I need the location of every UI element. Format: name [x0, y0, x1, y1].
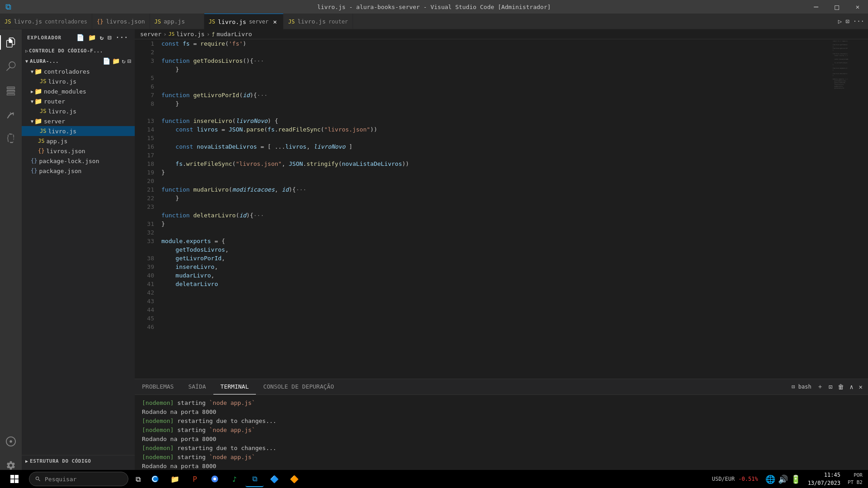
folder-controladores[interactable]: ▼ 📁 controladores: [22, 66, 135, 76]
app7-taskbar-button[interactable]: 🔷: [265, 471, 283, 487]
file-livro-js-controladores[interactable]: JS livro.js: [22, 76, 135, 86]
powerpoint-taskbar-button[interactable]: P: [186, 471, 204, 487]
explorer-taskbar-button[interactable]: 📁: [166, 471, 184, 487]
tab-livros-json[interactable]: {} livros.json: [92, 14, 150, 29]
refresh-project-icon[interactable]: ↻: [122, 57, 125, 65]
sidebar: EXPLORADOR 📄 📁 ↻ ⊟ ··· ▷ CONTROLE DO CÓD…: [22, 29, 135, 478]
taskbar-right-area: USD/EUR -0.51% 🌐 🔊 🔋 11:45 13/07/2023 PO…: [708, 471, 864, 487]
run-button[interactable]: ▷: [838, 18, 842, 25]
language-display: POR PT B2: [848, 472, 864, 487]
tab-app-js[interactable]: JS app.js: [150, 14, 204, 29]
project-section[interactable]: ▼ ALURA-... 📄 📁 ↻ ⊟: [22, 56, 135, 66]
search-activity-icon[interactable]: [0, 56, 22, 77]
usd-eur-value: -0.51%: [738, 476, 758, 482]
tab-livro-controladores[interactable]: JS livro.js controladores: [0, 14, 92, 29]
window-title: livro.js - alura-books-server - Visual S…: [317, 4, 551, 10]
file-livros-json[interactable]: {} livros.json: [22, 146, 135, 156]
breadcrumb-server: server: [140, 31, 161, 38]
maximize-terminal-icon[interactable]: ∧: [848, 381, 855, 392]
chevron-right-icon: ▶: [31, 89, 33, 94]
tab-sublabel: router: [329, 19, 348, 25]
tab-livro-router[interactable]: JS livro.js router: [283, 14, 353, 29]
folder-label: router: [44, 98, 65, 105]
run-debug-activity-icon[interactable]: [0, 103, 22, 125]
more-actions-button[interactable]: ···: [853, 18, 864, 25]
tab-saida[interactable]: SAÍDA: [181, 379, 213, 394]
new-folder-icon[interactable]: 📁: [87, 33, 97, 42]
editor-area: server › JS livro.js › ƒ mudarLivro 1 2 …: [135, 29, 868, 478]
search-placeholder: Pesquisar: [45, 476, 76, 483]
tab-label: livro.js: [297, 18, 326, 25]
file-app-js[interactable]: JS app.js: [22, 136, 135, 146]
folder-label: controladores: [44, 68, 90, 75]
close-button[interactable]: ✕: [847, 0, 868, 14]
new-file-icon[interactable]: 📄: [75, 33, 85, 42]
source-control-activity-icon[interactable]: [0, 80, 22, 101]
new-folder-project-icon[interactable]: 📁: [112, 57, 120, 65]
volume-icon[interactable]: 🔊: [778, 474, 788, 484]
file-livro-js-server[interactable]: JS livro.js: [22, 126, 135, 136]
collapse-project-icon[interactable]: ⊟: [127, 57, 131, 65]
breadcrumb-symbol-name: mudarLivro: [217, 31, 252, 38]
terminal-content[interactable]: [nodemon] starting `node app.js` Rodando…: [135, 395, 868, 478]
tab-close-button[interactable]: ✕: [271, 17, 278, 26]
time-label: 11:45: [808, 471, 840, 479]
file-livro-js-router[interactable]: JS livro.js: [22, 106, 135, 116]
taskbar-search[interactable]: Pesquisar: [29, 472, 128, 486]
js-icon: JS: [5, 19, 11, 25]
refresh-icon[interactable]: ↻: [99, 33, 105, 42]
explorer-activity-icon[interactable]: [0, 32, 22, 53]
remote-explorer-activity-icon[interactable]: [0, 431, 22, 452]
code-editor[interactable]: 1 2 3 5 6 7 8 13 14 15 16 17 18 19 2: [135, 39, 832, 379]
kill-terminal-icon[interactable]: 🗑: [836, 381, 846, 392]
maximize-button[interactable]: □: [826, 0, 847, 14]
terminal-actions: ⊡ bash ＋ ⊡ 🗑 ∧ ✕: [786, 379, 868, 394]
project-chevron-icon: ▼: [25, 59, 28, 64]
task-view-button[interactable]: ⧉: [132, 471, 144, 487]
tab-label: app.js: [164, 18, 185, 25]
folder-icon: 📁: [34, 68, 42, 75]
new-file-project-icon[interactable]: 📄: [103, 57, 110, 65]
app8-taskbar-button[interactable]: 🔶: [285, 471, 303, 487]
spotify-taskbar-button[interactable]: ♪: [226, 471, 244, 487]
clock-display[interactable]: 11:45 13/07/2023: [804, 471, 844, 487]
breadcrumb-separator: ›: [207, 31, 210, 38]
terminal-line: [nodemon] starting `node app.js`: [142, 453, 861, 462]
code-content[interactable]: const fs = require('fs') function getTod…: [160, 39, 832, 379]
tab-terminal[interactable]: TERMINAL: [213, 379, 256, 394]
tab-livro-server[interactable]: JS livro.js server ✕: [204, 14, 284, 29]
vscode-taskbar-button[interactable]: ⧉: [245, 471, 264, 487]
battery-icon[interactable]: 🔋: [791, 474, 801, 484]
chrome-taskbar-button[interactable]: [206, 471, 224, 487]
source-control-section[interactable]: ▷ CONTROLE DO CÓDIGO-F...: [22, 46, 135, 56]
split-terminal-icon[interactable]: ⊡: [827, 381, 834, 392]
folder-server[interactable]: ▼ 📁 server: [22, 116, 135, 126]
chevron-right-icon: ▶: [25, 459, 28, 464]
tab-console-depuracao[interactable]: CONSOLE DE DEPURAÇÃO: [256, 379, 341, 394]
new-terminal-icon[interactable]: ＋: [815, 381, 825, 393]
start-button[interactable]: [4, 471, 25, 487]
project-label: ALURA-...: [30, 58, 59, 64]
breadcrumb: server › JS livro.js › ƒ mudarLivro: [135, 29, 868, 39]
folder-node-modules[interactable]: ▶ 📁 node_modules: [22, 86, 135, 96]
split-editor-button[interactable]: ⊡: [845, 18, 849, 25]
file-label: app.js: [46, 138, 67, 145]
tab-problemas[interactable]: PROBLEMAS: [135, 379, 181, 394]
breadcrumb-separator: ›: [163, 31, 167, 38]
folder-label: server: [44, 118, 65, 125]
file-package-lock-json[interactable]: {} package-lock.json: [22, 156, 135, 166]
collapse-all-icon[interactable]: ⊟: [107, 33, 113, 42]
vscode-icon: ⧉: [5, 2, 11, 12]
extensions-activity-icon[interactable]: [0, 127, 22, 149]
chevron-down-icon: ▼: [31, 119, 33, 124]
network-icon[interactable]: 🌐: [765, 474, 775, 484]
code-structure-section[interactable]: ▶ ESTRUTURA DO CÓDIGO: [22, 455, 135, 467]
terminal-line: Rodando na porta 8000: [142, 435, 861, 444]
close-terminal-icon[interactable]: ✕: [857, 381, 864, 392]
tab-label: livro.js: [14, 18, 42, 25]
edge-taskbar-button[interactable]: [146, 471, 164, 487]
minimize-button[interactable]: ─: [806, 0, 826, 14]
file-package-json[interactable]: {} package.json: [22, 166, 135, 176]
more-options-icon[interactable]: ···: [115, 33, 129, 42]
folder-router[interactable]: ▼ 📁 router: [22, 96, 135, 106]
